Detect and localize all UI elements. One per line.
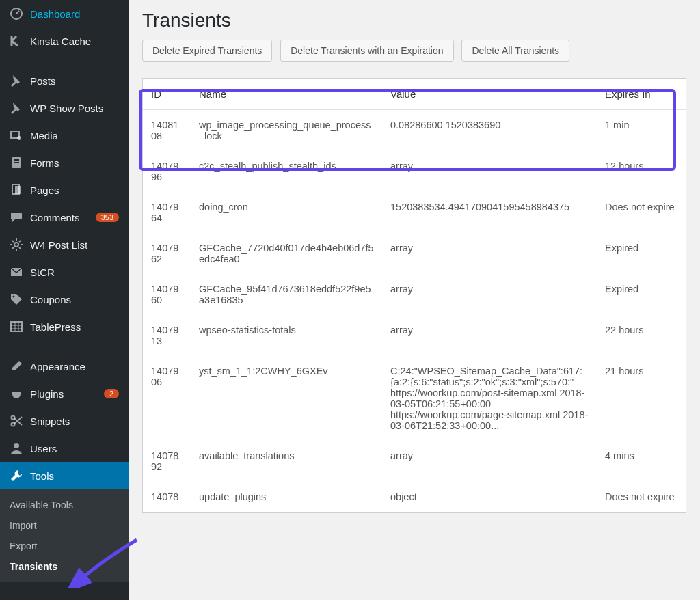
mail-icon	[10, 265, 23, 279]
delete-expired-button[interactable]: Delete Expired Transients	[142, 40, 272, 62]
submenu-item-available-tools[interactable]: Available Tools	[0, 495, 129, 515]
table-row[interactable]: 1408108wp_image_processing_queue_process…	[143, 110, 686, 151]
cell-expires: Expired	[597, 233, 686, 274]
cell-name: GFCache_7720d40f017de4b4eb06d7f5edc4fea0	[191, 233, 382, 274]
sidebar-item-media[interactable]: Media	[0, 122, 129, 149]
sidebar-item-label: StCR	[30, 267, 119, 278]
cell-value: 0.08286600 1520383690	[382, 110, 597, 151]
sidebar-item-kinsta-cache[interactable]: Kinsta Cache	[0, 27, 129, 55]
cell-name: doing_cron	[191, 192, 382, 233]
sidebar-item-comments[interactable]: Comments353	[0, 204, 129, 231]
sidebar-item-plugins[interactable]: Plugins2	[0, 380, 129, 407]
sidebar-item-snippets[interactable]: Snippets	[0, 407, 129, 435]
sidebar-item-pages[interactable]: Pages	[0, 176, 129, 204]
sidebar-item-tablepress[interactable]: TablePress	[0, 313, 129, 340]
table-row[interactable]: 1407913wpseo-statistics-totalsarray22 ho…	[143, 315, 686, 356]
header-expires[interactable]: Expires In	[597, 79, 686, 110]
sidebar-item-users[interactable]: Users	[0, 435, 129, 462]
sidebar-item-label: Forms	[30, 157, 119, 169]
table-header-row: ID Name Value Expires In	[143, 79, 686, 110]
transients-table: ID Name Value Expires In 1408108wp_image…	[142, 78, 686, 513]
cell-name: wp_image_processing_queue_process_lock	[191, 110, 382, 151]
page-icon	[10, 183, 23, 197]
scissors-icon	[10, 414, 23, 428]
gear-icon	[10, 238, 23, 251]
cell-name: available_translations	[191, 441, 382, 482]
table-row[interactable]: 1407996c2c_stealh_publish_stealth_idsarr…	[143, 151, 686, 192]
cell-name: GFCache_95f41d7673618eddf522f9e5a3e16835	[191, 274, 382, 315]
cell-expires: 4 mins	[597, 441, 686, 482]
cell-expires: 1 min	[597, 110, 686, 151]
cell-id: 1407892	[143, 441, 191, 482]
submenu-item-import[interactable]: Import	[0, 515, 129, 536]
table-row[interactable]: 14078update_pluginsobjectDoes not expire	[143, 482, 686, 512]
header-name[interactable]: Name	[191, 79, 382, 110]
cell-name: wpseo-statistics-totals	[191, 315, 382, 356]
svg-rect-4	[14, 159, 19, 161]
sidebar-item-label: Media	[30, 130, 119, 141]
kinsta-icon	[10, 34, 23, 48]
header-id[interactable]: ID	[143, 79, 191, 110]
tag-icon	[10, 292, 23, 306]
cell-expires: Does not expire	[597, 482, 686, 512]
sidebar-item-label: Pages	[30, 185, 119, 196]
cell-name: c2c_stealh_publish_stealth_ids	[191, 151, 382, 192]
svg-rect-5	[14, 162, 19, 163]
cell-expires: 21 hours	[597, 356, 686, 441]
cell-name: update_plugins	[191, 482, 382, 512]
cell-value: array	[382, 274, 597, 315]
svg-point-8	[14, 243, 18, 247]
delete-all-button[interactable]: Delete All Transients	[461, 40, 569, 62]
header-value[interactable]: Value	[382, 79, 597, 110]
cell-id: 1407913	[143, 315, 191, 356]
pin-icon	[10, 101, 23, 115]
cell-value: array	[382, 441, 597, 482]
sidebar-item-label: W4 Post List	[30, 239, 119, 251]
cell-id: 1407960	[143, 274, 191, 315]
svg-point-10	[13, 296, 15, 298]
media-icon	[10, 128, 23, 142]
cell-id: 1407962	[143, 233, 191, 274]
cell-value: array	[382, 233, 597, 274]
cell-id: 1408108	[143, 110, 191, 151]
table-row[interactable]: 1407906yst_sm_1_1:2CWHY_6GXEvC:24:"WPSEO…	[143, 356, 686, 441]
sidebar-item-w4-post-list[interactable]: W4 Post List	[0, 231, 129, 258]
cell-id: 1407964	[143, 192, 191, 233]
cell-id: 1407906	[143, 356, 191, 441]
table-row[interactable]: 1407960GFCache_95f41d7673618eddf522f9e5a…	[143, 274, 686, 315]
action-buttons: Delete Expired Transients Delete Transie…	[142, 40, 686, 62]
sidebar-item-label: Posts	[30, 75, 119, 87]
cell-expires: 12 hours	[597, 151, 686, 192]
dashboard-icon	[10, 7, 23, 21]
submenu-item-transients[interactable]: Transients	[0, 556, 129, 577]
badge: 353	[96, 213, 119, 222]
user-icon	[10, 441, 23, 455]
table-row[interactable]: 1407964doing_cron1520383534.494170904159…	[143, 192, 686, 233]
sidebar-item-label: Dashboard	[30, 8, 119, 20]
cell-id: 14078	[143, 482, 191, 512]
sidebar-item-wp-show-posts[interactable]: WP Show Posts	[0, 94, 129, 122]
wrench-icon	[10, 469, 23, 482]
table-row[interactable]: 1407892available_translationsarray4 mins	[143, 441, 686, 482]
sidebar-item-posts[interactable]: Posts	[0, 67, 129, 94]
sidebar-item-stcr[interactable]: StCR	[0, 258, 129, 286]
forms-icon	[10, 156, 23, 169]
comment-icon	[10, 210, 23, 224]
main-content: Transients Delete Expired Transients Del…	[129, 0, 700, 600]
sidebar-item-dashboard[interactable]: Dashboard	[0, 0, 129, 27]
submenu-item-export[interactable]: Export	[0, 536, 129, 556]
table-row[interactable]: 1407962GFCache_7720d40f017de4b4eb06d7f5e…	[143, 233, 686, 274]
sidebar-item-appearance[interactable]: Appearance	[0, 353, 129, 380]
delete-with-expiration-button[interactable]: Delete Transients with an Expiration	[280, 40, 453, 62]
sidebar-item-coupons[interactable]: Coupons	[0, 286, 129, 313]
sidebar-item-label: Appearance	[30, 361, 119, 372]
svg-point-14	[14, 443, 19, 448]
svg-rect-7	[15, 186, 21, 194]
sidebar-item-label: Snippets	[30, 415, 119, 427]
sidebar-item-label: Tools	[30, 470, 119, 482]
sidebar-item-tools[interactable]: Tools	[0, 462, 129, 489]
svg-point-2	[17, 136, 21, 140]
sidebar-item-label: Plugins	[30, 388, 100, 400]
table-icon	[10, 320, 23, 333]
sidebar-item-forms[interactable]: Forms	[0, 149, 129, 176]
